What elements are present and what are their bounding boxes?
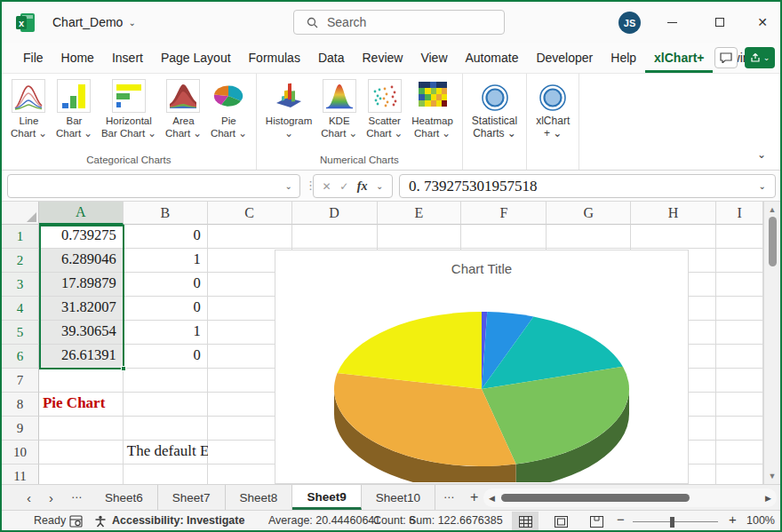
cell-I5[interactable] bbox=[716, 321, 763, 345]
column-header-B[interactable]: B bbox=[124, 202, 208, 225]
cell-B3[interactable]: 0 bbox=[124, 273, 208, 297]
histogram-button[interactable]: Histogram⌄ bbox=[262, 77, 315, 141]
comments-button[interactable] bbox=[714, 47, 738, 68]
row-header-11[interactable]: 11 bbox=[2, 465, 39, 484]
normal-view-button[interactable] bbox=[512, 512, 539, 531]
cell-A4[interactable]: 31.82007 bbox=[39, 297, 124, 321]
kde-chart-button[interactable]: KDEChart ⌄ bbox=[317, 77, 361, 141]
cell-H1[interactable] bbox=[631, 225, 716, 249]
select-all-button[interactable] bbox=[2, 202, 39, 225]
cell-A1[interactable]: 0.739275 bbox=[39, 225, 124, 249]
tab-home[interactable]: Home bbox=[52, 43, 103, 73]
search-input[interactable]: Search bbox=[293, 10, 505, 35]
cell-I8[interactable] bbox=[716, 393, 763, 417]
cell-A10[interactable] bbox=[39, 441, 124, 465]
cell-A2[interactable]: 6.289046 bbox=[39, 249, 124, 273]
zoom-slider-thumb[interactable] bbox=[670, 517, 674, 528]
macro-record-icon[interactable] bbox=[69, 515, 83, 528]
area-chart-button[interactable]: AreaChart ⌄ bbox=[162, 77, 205, 141]
cell-F1[interactable] bbox=[461, 225, 547, 249]
cell-B5[interactable]: 1 bbox=[124, 321, 208, 345]
close-button[interactable]: ✕ bbox=[743, 2, 782, 43]
tab-help[interactable]: Help bbox=[602, 43, 645, 73]
row-header-3[interactable]: 3 bbox=[2, 273, 39, 297]
row-header-9[interactable]: 9 bbox=[2, 417, 39, 441]
tab-file[interactable]: File bbox=[14, 43, 52, 73]
sheet-tab-sheet7[interactable]: Sheet7 bbox=[158, 485, 226, 510]
cell-I6[interactable] bbox=[716, 345, 763, 369]
chart-title[interactable]: Chart Title bbox=[275, 261, 688, 276]
cell-A5[interactable]: 39.30654 bbox=[39, 321, 124, 345]
sheet-tab-sheet10[interactable]: Sheet10 bbox=[362, 485, 435, 510]
column-header-H[interactable]: H bbox=[631, 202, 716, 225]
cell-A8[interactable]: Pie Chart bbox=[39, 393, 124, 417]
cell-I3[interactable] bbox=[716, 273, 763, 297]
pie-chart-object[interactable]: Chart Title bbox=[275, 250, 689, 484]
zoom-percent[interactable]: 100% bbox=[746, 514, 775, 527]
cell-C1[interactable] bbox=[208, 225, 292, 249]
sheet-list-button[interactable]: ⋯ bbox=[62, 491, 91, 504]
horizontal-bar-chart-button[interactable]: HorizontalBar Chart ⌄ bbox=[98, 77, 160, 141]
cell-I4[interactable] bbox=[716, 297, 763, 321]
tab-data[interactable]: Data bbox=[309, 43, 354, 73]
tab-view[interactable]: View bbox=[411, 43, 456, 73]
cell-B6[interactable]: 0 bbox=[124, 345, 208, 369]
scroll-left-icon[interactable]: ◀ bbox=[489, 494, 495, 503]
cell-B4[interactable]: 0 bbox=[124, 297, 208, 321]
sheet-tab-sheet8[interactable]: Sheet8 bbox=[226, 485, 293, 510]
pie-chart-button[interactable]: PieChart ⌄ bbox=[207, 77, 251, 141]
more-sheets-button[interactable]: ⋯ bbox=[435, 491, 462, 504]
column-header-F[interactable]: F bbox=[461, 202, 547, 225]
cell-I10[interactable] bbox=[716, 441, 763, 465]
formula-input[interactable]: 0. 739275301957518 ⌄ bbox=[399, 174, 776, 198]
xlchart-button[interactable]: xlChart+ ⌄ bbox=[532, 77, 573, 141]
row-header-5[interactable]: 5 bbox=[2, 321, 39, 345]
scroll-down-icon[interactable]: ▼ bbox=[769, 472, 777, 480]
cell-B11[interactable] bbox=[124, 465, 208, 484]
cell-B9[interactable] bbox=[124, 417, 208, 441]
cell-A9[interactable] bbox=[39, 417, 124, 441]
cell-B7[interactable] bbox=[124, 369, 208, 393]
cell-A11[interactable] bbox=[39, 465, 124, 484]
cell-A7[interactable] bbox=[39, 369, 124, 393]
minimize-button[interactable] bbox=[652, 2, 691, 43]
cell-I2[interactable] bbox=[716, 249, 763, 273]
document-title[interactable]: Chart_Demo ⌄ bbox=[52, 15, 136, 29]
cell-I7[interactable] bbox=[716, 369, 763, 393]
vertical-scroll-thumb[interactable] bbox=[769, 217, 777, 266]
collapse-ribbon-icon[interactable]: ⌄ bbox=[757, 148, 766, 161]
cell-I1[interactable] bbox=[716, 225, 763, 249]
line-chart-button[interactable]: LineChart ⌄ bbox=[7, 77, 51, 141]
row-header-4[interactable]: 4 bbox=[2, 297, 39, 321]
scatter-chart-button[interactable]: ScatterChart ⌄ bbox=[363, 77, 406, 141]
share-button[interactable]: ⌄ bbox=[745, 47, 775, 68]
row-header-6[interactable]: 6 bbox=[2, 345, 39, 369]
cell-I11[interactable] bbox=[716, 465, 763, 484]
row-header-2[interactable]: 2 bbox=[2, 249, 39, 273]
insert-function-button[interactable]: fx bbox=[357, 179, 368, 194]
cell-A3[interactable]: 17.89879 bbox=[39, 273, 124, 297]
tab-review[interactable]: Review bbox=[354, 43, 412, 73]
vertical-scrollbar[interactable]: ▲ ▼ bbox=[763, 202, 780, 484]
row-header-1[interactable]: 1 bbox=[2, 225, 39, 249]
page-break-preview-button[interactable] bbox=[583, 512, 610, 531]
status-accessibility[interactable]: Accessibility: Investigate bbox=[112, 514, 244, 527]
column-header-E[interactable]: E bbox=[378, 202, 462, 225]
tab-page-layout[interactable]: Page Layout bbox=[152, 43, 240, 73]
sheet-prev-button[interactable]: ‹ bbox=[18, 490, 40, 505]
zoom-out-button[interactable]: − bbox=[617, 512, 625, 527]
column-header-I[interactable]: I bbox=[716, 202, 763, 225]
sheet-tab-sheet6[interactable]: Sheet6 bbox=[91, 485, 158, 510]
tab-xlchart-plus[interactable]: xlChart+ bbox=[645, 43, 713, 73]
maximize-button[interactable] bbox=[700, 2, 739, 43]
row-header-7[interactable]: 7 bbox=[2, 369, 39, 393]
enter-icon[interactable]: ✓ bbox=[339, 180, 348, 193]
cell-G1[interactable] bbox=[547, 225, 631, 249]
cell-B10[interactable]: The default Excel pi bbox=[124, 441, 208, 465]
cell-D1[interactable] bbox=[292, 225, 378, 249]
cell-B2[interactable]: 1 bbox=[124, 249, 208, 273]
column-header-G[interactable]: G bbox=[547, 202, 631, 225]
zoom-slider[interactable] bbox=[633, 521, 718, 522]
worksheet-grid[interactable]: A B C D E F G H I 10.739275026.289046131… bbox=[2, 202, 763, 484]
tab-automate[interactable]: Automate bbox=[457, 43, 528, 73]
